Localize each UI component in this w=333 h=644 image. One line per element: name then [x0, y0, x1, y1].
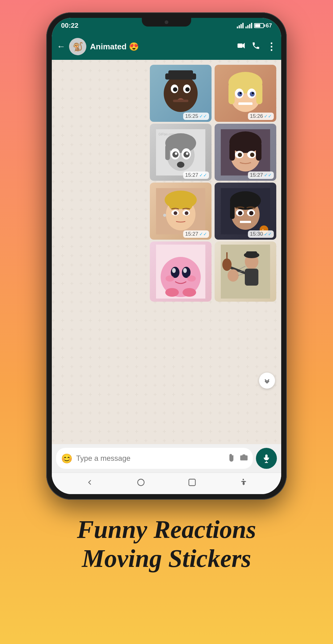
svg-point-70 — [183, 268, 187, 273]
nav-back-button[interactable] — [85, 478, 94, 489]
sticker-2[interactable]: 15:26 ✓✓ — [215, 65, 276, 122]
phone-call-icon[interactable] — [252, 41, 260, 52]
msg-time-3: 15:27 ✓✓ — [183, 171, 209, 179]
svg-point-5 — [173, 87, 177, 92]
emoji-button[interactable]: 😊 — [61, 453, 72, 464]
promo-line1: Funny Reactions — [77, 515, 256, 544]
svg-rect-36 — [229, 142, 235, 161]
message-input[interactable] — [76, 454, 224, 463]
avatar[interactable]: 🐒 — [69, 38, 86, 55]
sticker-4[interactable]: 15:27 ✓✓ — [215, 124, 276, 181]
video-call-icon[interactable] — [237, 41, 245, 52]
svg-point-66 — [183, 288, 196, 297]
chat-header: ← 🐒 Animated 😍 ⋮ — [52, 33, 281, 60]
svg-point-58 — [238, 211, 242, 215]
msg-time-2: 15:26 ✓✓ — [248, 113, 274, 120]
svg-point-2 — [164, 75, 198, 112]
signal-icon — [237, 23, 244, 28]
svg-point-41 — [250, 153, 254, 157]
svg-point-40 — [238, 153, 242, 157]
avatar-icon: 🐒 — [72, 42, 83, 52]
read-receipt-3: ✓✓ — [199, 172, 207, 178]
message-row-4 — [57, 242, 276, 302]
camera-button[interactable] — [240, 453, 248, 464]
battery-icon — [254, 23, 264, 28]
svg-point-81 — [228, 269, 239, 282]
svg-point-50 — [185, 211, 188, 215]
message-row-2: GIFbin.com 15:27 ✓✓ — [57, 124, 276, 181]
svg-rect-7 — [173, 100, 188, 102]
attach-button[interactable] — [226, 452, 239, 465]
svg-point-59 — [249, 211, 253, 215]
nav-home-button[interactable] — [137, 478, 145, 489]
status-right: 67 — [237, 23, 272, 29]
status-time: 00:22 — [61, 22, 78, 30]
svg-point-17 — [250, 92, 255, 97]
svg-point-65 — [165, 288, 179, 297]
promo-text: Funny Reactions Moving Stickers — [59, 515, 275, 573]
svg-point-46 — [184, 197, 193, 210]
signal-icon-2 — [245, 23, 252, 28]
header-icons: ⋮ — [237, 41, 276, 52]
back-button[interactable]: ← — [57, 42, 65, 52]
svg-rect-9 — [168, 70, 193, 75]
nav-recent-button[interactable] — [188, 478, 196, 489]
msg-time-5: 15:27 ✓✓ — [183, 230, 209, 238]
svg-rect-37 — [256, 142, 261, 161]
sticker-6[interactable]: T 15:30 ✓✓ — [215, 183, 276, 240]
read-receipt-5: ✓✓ — [199, 231, 207, 237]
svg-marker-1 — [243, 43, 245, 48]
svg-text:GIFbin.com: GIFbin.com — [158, 133, 175, 136]
msg-time-1: 15:25 ✓✓ — [183, 113, 209, 120]
svg-rect-20 — [238, 102, 253, 105]
message-row-1: 15:25 ✓✓ — [57, 65, 276, 122]
read-receipt-6: ✓✓ — [264, 231, 272, 237]
input-bar: 😊 — [52, 444, 281, 473]
svg-rect-13 — [256, 83, 262, 104]
svg-rect-77 — [245, 269, 258, 286]
message-row-3: 15:27 ✓✓ — [57, 183, 276, 240]
sticker-5[interactable]: 15:27 ✓✓ — [150, 183, 212, 240]
svg-point-69 — [172, 268, 176, 273]
svg-rect-55 — [230, 200, 235, 219]
msg-time-4: 15:27 ✓✓ — [248, 171, 274, 179]
read-receipt-4: ✓✓ — [264, 172, 272, 178]
svg-point-72 — [187, 275, 196, 282]
svg-point-6 — [185, 87, 190, 92]
svg-point-16 — [237, 92, 242, 97]
svg-point-31 — [177, 162, 184, 168]
chat-name[interactable]: Animated 😍 — [90, 42, 233, 52]
chat-body: 15:25 ✓✓ — [52, 60, 281, 444]
phone-notch — [142, 18, 191, 27]
svg-rect-12 — [228, 83, 235, 104]
front-camera — [165, 20, 168, 24]
svg-point-91 — [243, 479, 244, 480]
battery-percent: 67 — [266, 23, 272, 29]
more-options-icon[interactable]: ⋮ — [266, 41, 276, 52]
sticker-1[interactable]: 15:25 ✓✓ — [150, 65, 212, 122]
svg-rect-24 — [165, 145, 170, 160]
input-wrapper: 😊 — [56, 448, 253, 469]
sticker-image-8 — [215, 242, 276, 302]
svg-rect-80 — [226, 252, 228, 265]
sticker-7[interactable] — [150, 242, 212, 302]
svg-point-30 — [186, 152, 188, 155]
svg-point-19 — [252, 92, 254, 94]
svg-point-18 — [240, 92, 241, 94]
scroll-down-button[interactable] — [259, 373, 275, 389]
svg-point-51 — [163, 214, 166, 217]
read-receipt-2: ✓✓ — [264, 114, 272, 119]
sticker-8[interactable] — [215, 242, 276, 302]
phone-frame: 00:22 67 — [46, 12, 287, 500]
svg-rect-0 — [237, 43, 242, 48]
sticker-image-7 — [150, 242, 212, 302]
promo-line2: Moving Stickers — [77, 544, 256, 573]
status-left: 00:22 — [61, 22, 78, 30]
sticker-3[interactable]: GIFbin.com 15:27 ✓✓ — [150, 124, 212, 181]
svg-rect-90 — [189, 479, 195, 486]
svg-rect-76 — [246, 251, 257, 256]
read-receipt-1: ✓✓ — [199, 114, 207, 119]
mic-button[interactable] — [256, 448, 277, 469]
svg-point-89 — [138, 479, 144, 486]
nav-accessibility-button[interactable] — [239, 478, 248, 489]
